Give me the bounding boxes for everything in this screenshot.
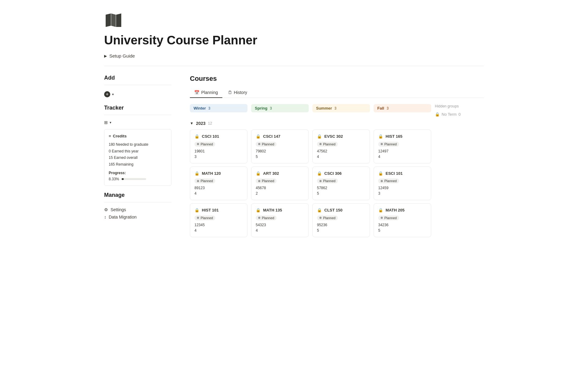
card-credits: 5 (378, 228, 427, 233)
status-badge: Planned (194, 215, 215, 220)
course-card-csci147[interactable]: 🔒 CSCI 147 Planned 79802 5 (251, 129, 309, 163)
spring-column-header: Spring 3 (251, 104, 309, 112)
fall-column: 🔒 HIST 165 Planned 12497 4 🔒 (374, 129, 431, 237)
status-badge: Planned (378, 142, 399, 147)
status-badge: Planned (317, 215, 338, 220)
lock-icon: 🔒 (194, 171, 199, 176)
course-code: MATH 135 (263, 208, 282, 212)
spring-label: Spring (255, 106, 267, 110)
add-icon: + (104, 91, 110, 97)
summer-count: 3 (334, 106, 337, 110)
progress-label: Progress: (109, 171, 167, 175)
summer-column: 🔒 EVSC 302 Planned 47562 4 🔒 (312, 129, 370, 237)
status-badge: Planned (256, 178, 277, 183)
course-card-hist165[interactable]: 🔒 HIST 165 Planned 12497 4 (374, 129, 431, 163)
status-badge: Planned (378, 215, 399, 220)
no-term-lock-icon: 🔒 (435, 112, 440, 117)
status-badge: Planned (317, 178, 338, 183)
status-dot (381, 143, 383, 145)
no-term-row: 🔒 No Term 0 (435, 112, 484, 117)
status-label: Planned (201, 216, 213, 220)
add-section-title: Add (104, 75, 172, 81)
card-number: 79802 (256, 149, 304, 153)
setup-guide-toggle[interactable]: ▶ Setup Guide (104, 53, 484, 58)
course-card-csci306[interactable]: 🔒 CSCI 306 Planned 57862 5 (312, 167, 370, 200)
status-label: Planned (384, 179, 397, 183)
status-badge: Planned (256, 215, 277, 220)
status-label: Planned (323, 216, 335, 220)
course-code: CSCI 147 (263, 134, 280, 139)
add-button[interactable]: + ▾ (104, 90, 172, 99)
data-migration-icon: ↕ (104, 215, 106, 219)
add-divider (104, 85, 172, 85)
tab-planning[interactable]: 📅 Planning (190, 88, 222, 98)
card-credits: 2 (256, 191, 304, 196)
lock-icon: 🔒 (378, 171, 383, 176)
data-migration-item[interactable]: ↕ Data Migration (104, 213, 172, 221)
lock-icon: 🔒 (194, 134, 199, 139)
content-area: Courses 📅 Planning 🗒 History Winter 3 (190, 75, 484, 237)
course-card-math135[interactable]: 🔒 MATH 135 Planned 54323 4 (251, 203, 309, 237)
status-label: Planned (262, 216, 274, 220)
winter-count: 3 (208, 106, 210, 110)
tab-history[interactable]: 🗒 History (224, 88, 252, 98)
card-number: 95236 (317, 223, 365, 227)
summer-column-header: Summer 3 (312, 104, 370, 112)
page-title: University Course Planner (104, 33, 484, 47)
card-credits: 4 (194, 228, 243, 233)
card-number: 45678 (256, 186, 304, 190)
lock-icon: 🔒 (194, 208, 199, 212)
course-card-esci101[interactable]: 🔒 ESCI 101 Planned 12459 3 (374, 167, 431, 200)
tracker-view-toggle[interactable]: ⊞ ▾ (104, 120, 172, 125)
fall-label: Fall (377, 106, 384, 110)
course-card-math205[interactable]: 🔒 MATH 205 Planned 34236 5 (374, 203, 431, 237)
lock-icon: 🔒 (256, 171, 261, 176)
status-dot (258, 143, 260, 145)
course-card-math120[interactable]: 🔒 MATH 120 Planned 89123 4 (190, 167, 247, 200)
card-credits: 5 (256, 155, 304, 159)
course-card-art302[interactable]: 🔒 ART 302 Planned 45678 2 (251, 167, 309, 200)
course-card-evsc302[interactable]: 🔒 EVSC 302 Planned 47562 4 (312, 129, 370, 163)
credits-needed: 180 Needed to graduate (109, 141, 167, 148)
year-group-row: ▼ 2023 12 (190, 121, 484, 126)
status-badge: Planned (194, 142, 215, 147)
card-number: 12345 (194, 223, 243, 227)
winter-column-header: Winter 3 (190, 104, 247, 112)
courses-grid: 🔒 CSCI 101 Planned 19801 3 🔒 (190, 129, 484, 237)
status-label: Planned (201, 142, 213, 146)
status-badge: Planned (256, 142, 277, 147)
card-credits: 4 (317, 155, 365, 159)
credits-label: Credits (113, 134, 127, 138)
course-card-hist101[interactable]: 🔒 HIST 101 Planned 12345 4 (190, 203, 247, 237)
lock-icon: 🔒 (317, 208, 322, 212)
status-dot (197, 217, 199, 219)
manage-divider (104, 202, 172, 202)
year-toggle-icon[interactable]: ▼ (190, 121, 194, 125)
status-label: Planned (262, 179, 274, 183)
hidden-groups-placeholder (435, 129, 484, 237)
settings-icon: ⚙ (104, 207, 108, 212)
history-tab-icon: 🗒 (228, 90, 232, 95)
status-label: Planned (323, 179, 335, 183)
year-count: 12 (208, 121, 212, 125)
lock-icon: 🔒 (378, 208, 383, 212)
status-label: Planned (201, 179, 213, 183)
status-badge: Planned (317, 142, 338, 147)
no-term-label: No Term (442, 112, 457, 117)
fall-column-header: Fall 3 (374, 104, 431, 112)
lock-icon: 🔒 (317, 171, 322, 176)
tracker-divider (104, 115, 172, 115)
course-card-csci101[interactable]: 🔒 CSCI 101 Planned 19801 3 (190, 129, 247, 163)
card-credits: 5 (317, 191, 365, 196)
card-credits: 4 (256, 228, 304, 233)
lock-icon: 🔒 (256, 208, 261, 212)
course-card-clst150[interactable]: 🔒 CLST 150 Planned 95236 5 (312, 203, 370, 237)
settings-item[interactable]: ⚙ Settings (104, 206, 172, 213)
courses-tabs: 📅 Planning 🗒 History (190, 88, 484, 98)
header-divider (104, 66, 484, 66)
fall-count: 3 (386, 106, 389, 110)
settings-label: Settings (111, 207, 126, 212)
winter-label: Winter (194, 106, 206, 110)
setup-guide-arrow-icon: ▶ (104, 54, 107, 58)
credits-earned-year: 0 Earned this year (109, 148, 167, 155)
